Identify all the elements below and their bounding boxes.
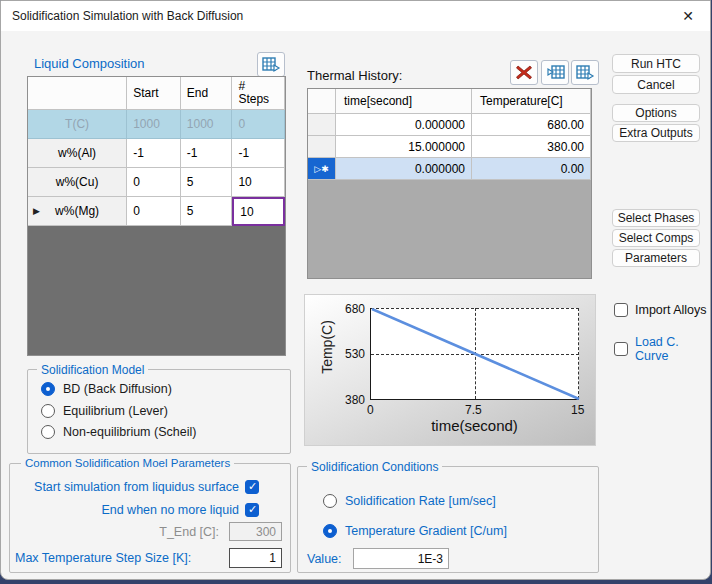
radio-label: Non-equilibrium (Scheil) bbox=[63, 425, 196, 439]
solidification-dialog: Solidification Simulation with Back Diff… bbox=[0, 0, 711, 580]
start-liquidus-checkbox[interactable] bbox=[245, 480, 259, 494]
end-no-liquid-checkbox[interactable] bbox=[245, 503, 259, 517]
select-phases-button[interactable]: Select Phases bbox=[612, 209, 700, 227]
t-end-input[interactable] bbox=[229, 522, 282, 541]
radio-temperature-gradient[interactable]: Temperature Gradient [C/um] bbox=[323, 524, 507, 538]
end-no-liquid-label: End when no more liquid bbox=[21, 503, 239, 517]
radio-label: Solidification Rate [um/sec] bbox=[345, 494, 496, 508]
cell[interactable]: 10 bbox=[232, 168, 285, 197]
thermal-history-chart: Temp(C) 680 530 380 0 7.5 15 time(second… bbox=[304, 294, 596, 446]
t-end-label: T_End [C]: bbox=[21, 525, 219, 539]
checkbox-icon bbox=[614, 303, 628, 317]
cell[interactable]: 380.00 bbox=[472, 136, 591, 158]
export-thermal-table-button[interactable] bbox=[571, 60, 599, 85]
close-icon[interactable]: ✕ bbox=[666, 1, 710, 31]
liquid-composition-title: Liquid Composition bbox=[34, 56, 145, 71]
radio-label: Equilibrium (Lever) bbox=[63, 404, 168, 418]
radio-non-equilibrium-scheil[interactable]: Non-equilibrium (Scheil) bbox=[41, 425, 196, 439]
radio-solidification-rate[interactable]: Solidification Rate [um/sec] bbox=[323, 494, 496, 508]
extra-outputs-button[interactable]: Extra Outputs bbox=[612, 124, 700, 142]
cell[interactable]: 1000 bbox=[181, 110, 233, 139]
column-header-time[interactable]: time[second] bbox=[336, 89, 472, 114]
x-tick-75: 7.5 bbox=[465, 403, 482, 417]
radio-equilibrium-lever[interactable]: Equilibrium (Lever) bbox=[41, 404, 168, 418]
temperature-line bbox=[371, 308, 580, 400]
delete-x-icon bbox=[516, 65, 532, 80]
delete-row-button[interactable] bbox=[510, 60, 538, 85]
row-selector[interactable] bbox=[308, 114, 336, 136]
solidification-conditions-title: Solidification Conditions bbox=[307, 460, 442, 474]
cell[interactable]: -1 bbox=[127, 139, 181, 168]
cell[interactable]: 0.00 bbox=[472, 158, 591, 180]
column-header-start[interactable]: Start bbox=[127, 77, 181, 110]
table-row: ▶ w%(Mg) 0 5 10 bbox=[28, 197, 285, 226]
load-c-curve-checkbox[interactable]: Load C. Curve bbox=[614, 335, 710, 363]
import-alloys-checkbox[interactable]: Import Alloys bbox=[614, 303, 707, 317]
column-header-steps[interactable]: # Steps bbox=[232, 77, 285, 110]
radio-icon bbox=[323, 524, 337, 538]
cell[interactable]: -1 bbox=[232, 139, 285, 168]
corner-header-cell[interactable] bbox=[28, 77, 127, 110]
column-header-end[interactable]: End bbox=[181, 77, 233, 110]
table-export-icon bbox=[576, 65, 595, 81]
table-import-icon bbox=[546, 65, 565, 81]
run-htc-button[interactable]: Run HTC bbox=[612, 54, 700, 73]
row-header-mg[interactable]: ▶ w%(Mg) bbox=[28, 197, 127, 226]
thermal-history-title: Thermal History: bbox=[307, 68, 402, 83]
cell[interactable]: 680.00 bbox=[472, 114, 591, 136]
liquid-composition-table: Start End # Steps T(C) 1000 1000 0 w%(Al… bbox=[27, 76, 286, 356]
selected-cell[interactable]: 10 bbox=[232, 197, 285, 226]
gradient-value-input[interactable] bbox=[353, 548, 449, 569]
corner-header-cell[interactable] bbox=[308, 89, 336, 114]
options-button[interactable]: Options bbox=[612, 104, 700, 122]
cancel-button[interactable]: Cancel bbox=[612, 75, 700, 94]
row-header-label: w%(Mg) bbox=[55, 204, 99, 218]
x-tick-0: 0 bbox=[367, 403, 374, 417]
y-tick-380: 380 bbox=[335, 393, 365, 407]
table-row-selected: ▷✱ 0.000000 0.00 bbox=[308, 158, 591, 180]
cell[interactable]: 0.000000 bbox=[336, 114, 472, 136]
export-liquid-table-button[interactable] bbox=[257, 52, 285, 77]
table-export-icon bbox=[262, 57, 281, 73]
column-header-temperature[interactable]: Temperature[C] bbox=[472, 89, 591, 114]
thermal-history-table: time[second] Temperature[C] 0.000000 680… bbox=[307, 88, 592, 279]
import-thermal-table-button[interactable] bbox=[541, 60, 569, 85]
checkbox-label: Load C. Curve bbox=[635, 335, 710, 363]
row-header-cu[interactable]: w%(Cu) bbox=[28, 168, 127, 197]
checkbox-label: Import Alloys bbox=[635, 303, 707, 317]
radio-bd-back-diffusion[interactable]: BD (Back Diffusion) bbox=[41, 382, 172, 396]
solidification-model-title: Solidification Model bbox=[37, 363, 148, 377]
max-step-input[interactable] bbox=[229, 548, 282, 568]
cell[interactable]: -1 bbox=[181, 139, 233, 168]
row-selector[interactable] bbox=[308, 136, 336, 158]
cell[interactable]: 0.000000 bbox=[336, 158, 472, 180]
cell[interactable]: 5 bbox=[181, 168, 233, 197]
cell[interactable]: 0 bbox=[232, 110, 285, 139]
cell[interactable]: 0 bbox=[127, 197, 181, 226]
cell[interactable]: 15.000000 bbox=[336, 136, 472, 158]
radio-label: BD (Back Diffusion) bbox=[63, 382, 172, 396]
select-comps-button[interactable]: Select Comps bbox=[612, 229, 700, 247]
table-row: T(C) 1000 1000 0 bbox=[28, 110, 285, 139]
table-header-row: time[second] Temperature[C] bbox=[308, 89, 591, 114]
start-liquidus-label: Start simulation from liquidus surface bbox=[21, 480, 239, 494]
row-header-al[interactable]: w%(Al) bbox=[28, 139, 127, 168]
table-row: w%(Al) -1 -1 -1 bbox=[28, 139, 285, 168]
parameters-button[interactable]: Parameters bbox=[612, 249, 700, 267]
table-header-row: Start End # Steps bbox=[28, 77, 285, 110]
chart-x-axis-label: time(second) bbox=[370, 417, 579, 434]
checkbox-icon bbox=[614, 342, 628, 356]
cell[interactable]: 5 bbox=[181, 197, 233, 226]
cell[interactable]: 0 bbox=[127, 168, 181, 197]
radio-icon bbox=[41, 425, 55, 439]
edit-row-icon[interactable]: ▷✱ bbox=[308, 158, 336, 180]
table-row: w%(Cu) 0 5 10 bbox=[28, 168, 285, 197]
row-header-tc[interactable]: T(C) bbox=[28, 110, 127, 139]
table-row: 0.000000 680.00 bbox=[308, 114, 591, 136]
radio-icon bbox=[41, 382, 55, 396]
current-row-icon: ▶ bbox=[33, 206, 40, 216]
radio-icon bbox=[41, 404, 55, 418]
x-tick-15: 15 bbox=[571, 403, 584, 417]
cell[interactable]: 1000 bbox=[127, 110, 181, 139]
plot-area bbox=[370, 308, 579, 400]
